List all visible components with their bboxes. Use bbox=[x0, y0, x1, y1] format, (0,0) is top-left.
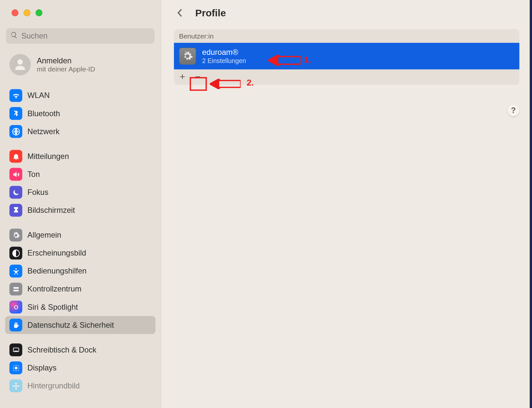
sidebar-item-notifications[interactable]: Mitteilungen bbox=[5, 147, 156, 165]
svg-point-11 bbox=[13, 385, 14, 387]
page-title: Profile bbox=[195, 7, 226, 19]
contrast-icon bbox=[9, 247, 22, 259]
sidebar: Anmelden mit deiner Apple-ID WLAN Blueto… bbox=[0, 0, 161, 408]
sidebar-item-label: Bildschirmzeit bbox=[27, 206, 75, 215]
content-pane: Profile Benutzer:in eduroam® 2 Einstellu… bbox=[161, 0, 532, 408]
accessibility-icon bbox=[9, 265, 22, 277]
svg-rect-3 bbox=[13, 290, 19, 291]
svg-point-8 bbox=[15, 385, 17, 387]
svg-point-9 bbox=[15, 383, 17, 384]
profile-row-eduroam[interactable]: eduroam® 2 Einstellungen bbox=[174, 43, 520, 69]
sidebar-item-label: Ton bbox=[27, 170, 40, 179]
flower-icon bbox=[9, 379, 22, 392]
profile-subtitle: 2 Einstellungen bbox=[202, 57, 246, 64]
moon-icon bbox=[9, 186, 22, 198]
window-edge bbox=[530, 0, 532, 408]
toggles-icon bbox=[9, 283, 22, 295]
annotation-highlight-box bbox=[190, 77, 207, 91]
sidebar-item-wlan[interactable]: WLAN bbox=[5, 86, 156, 104]
sidebar-item-control-center[interactable]: Kontrollzentrum bbox=[5, 280, 156, 298]
sidebar-item-privacy-security[interactable]: Datenschutz & Sicherheit bbox=[5, 316, 156, 334]
sidebar-item-accessibility[interactable]: Bedienungshilfen bbox=[5, 262, 156, 280]
sidebar-item-label: Hintergrundbild bbox=[27, 381, 80, 390]
dock-icon bbox=[9, 343, 22, 356]
speaker-icon bbox=[9, 168, 22, 180]
profiles-panel: Benutzer:in eduroam® 2 Einstellungen + − bbox=[174, 29, 520, 85]
panel-section-title: Benutzer:in bbox=[174, 29, 520, 43]
hand-icon bbox=[9, 319, 22, 331]
close-window-button[interactable] bbox=[11, 9, 18, 16]
svg-rect-2 bbox=[13, 287, 19, 289]
sidebar-item-label: Erscheinungsbild bbox=[27, 249, 86, 258]
svg-point-4 bbox=[14, 306, 17, 309]
siri-icon bbox=[9, 301, 22, 313]
minimize-window-button[interactable] bbox=[23, 9, 30, 16]
search-icon bbox=[10, 31, 18, 41]
bell-icon bbox=[9, 150, 22, 163]
sidebar-item-wallpaper[interactable]: Hintergrundbild bbox=[5, 377, 156, 395]
sidebar-item-displays[interactable]: Displays bbox=[5, 359, 156, 377]
sign-in-subtitle: mit deiner Apple-ID bbox=[37, 65, 95, 73]
sidebar-item-label: Displays bbox=[27, 363, 56, 372]
sidebar-item-label: Kontrollzentrum bbox=[27, 285, 81, 294]
add-profile-button[interactable]: + bbox=[177, 71, 189, 83]
profile-name: eduroam® bbox=[202, 48, 246, 57]
sidebar-item-label: Siri & Spotlight bbox=[27, 303, 78, 312]
sidebar-item-label: Allgemein bbox=[27, 231, 61, 240]
hourglass-icon bbox=[9, 204, 22, 217]
brightness-icon bbox=[9, 361, 22, 374]
sidebar-item-desktop-dock[interactable]: Schreibtisch & Dock bbox=[5, 341, 156, 359]
sidebar-item-label: Bedienungshilfen bbox=[27, 267, 86, 276]
apple-id-sign-in[interactable]: Anmelden mit deiner Apple-ID bbox=[0, 52, 161, 83]
sidebar-item-screen-time[interactable]: Bildschirmzeit bbox=[5, 201, 156, 219]
sidebar-item-label: Datenschutz & Sicherheit bbox=[27, 321, 114, 330]
sidebar-item-label: Mitteilungen bbox=[27, 152, 69, 161]
bluetooth-icon bbox=[9, 107, 22, 120]
svg-point-10 bbox=[15, 387, 17, 389]
help-button[interactable]: ? bbox=[508, 104, 520, 117]
svg-point-12 bbox=[17, 385, 19, 387]
wifi-icon bbox=[9, 89, 22, 102]
sidebar-item-label: Schreibtisch & Dock bbox=[27, 345, 96, 354]
svg-point-7 bbox=[14, 367, 17, 369]
sidebar-item-sound[interactable]: Ton bbox=[5, 165, 156, 183]
sidebar-item-label: Fokus bbox=[27, 188, 48, 197]
sidebar-item-network[interactable]: Netzwerk bbox=[5, 122, 156, 140]
sidebar-item-general[interactable]: Allgemein bbox=[5, 226, 156, 244]
annotation-label-2: 2. bbox=[247, 78, 254, 88]
sign-in-title: Anmelden bbox=[37, 56, 95, 66]
globe-icon bbox=[9, 125, 22, 138]
gear-icon bbox=[179, 48, 196, 65]
sidebar-item-label: WLAN bbox=[27, 91, 50, 100]
svg-rect-6 bbox=[14, 351, 18, 351]
sidebar-item-label: Bluetooth bbox=[27, 109, 60, 118]
window-controls bbox=[0, 9, 161, 16]
avatar bbox=[9, 54, 31, 75]
back-button[interactable] bbox=[174, 7, 186, 19]
sidebar-item-bluetooth[interactable]: Bluetooth bbox=[5, 104, 156, 122]
gear-icon bbox=[9, 229, 22, 242]
search-input[interactable] bbox=[22, 31, 150, 40]
maximize-window-button[interactable] bbox=[36, 9, 42, 16]
annotation-label-1: 1. bbox=[304, 55, 311, 65]
sidebar-item-label: Netzwerk bbox=[27, 127, 59, 136]
sidebar-item-appearance[interactable]: Erscheinungsbild bbox=[5, 244, 156, 262]
sidebar-item-siri-spotlight[interactable]: Siri & Spotlight bbox=[5, 298, 156, 316]
svg-point-1 bbox=[15, 268, 16, 269]
search-field[interactable] bbox=[6, 28, 154, 44]
sidebar-item-focus[interactable]: Fokus bbox=[5, 183, 156, 201]
